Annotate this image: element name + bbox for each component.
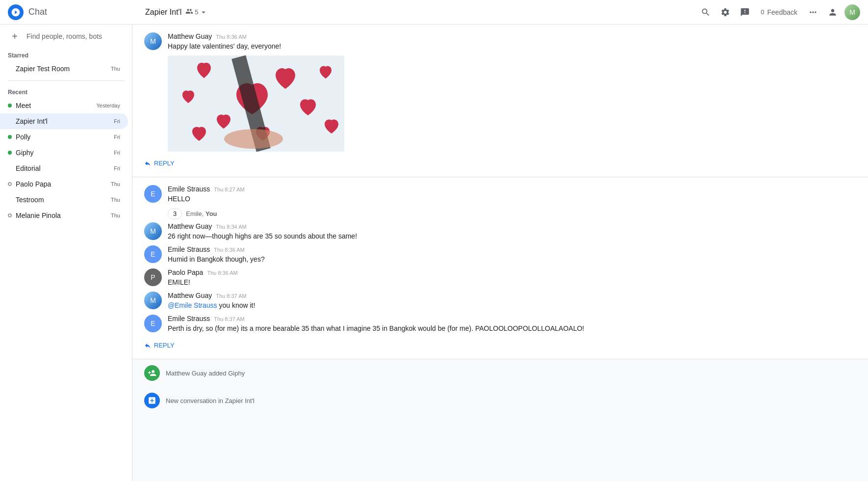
svg-point-2	[224, 129, 283, 149]
message-content: Emile Strauss Thu 8:36 AM Humid in Bangk…	[168, 245, 856, 265]
online-indicator	[8, 151, 12, 155]
message-text: EMILE!	[168, 277, 856, 288]
system-icon-person-add	[144, 365, 160, 381]
sidebar-divider	[8, 80, 124, 81]
circle-indicator	[8, 182, 12, 186]
message-row: E Emile Strauss Thu 8:27 AM HELLO	[144, 185, 856, 204]
feedback-count: 0	[761, 8, 764, 16]
message-content: Matthew Guay Thu 8:36 AM Happy late vale…	[168, 32, 856, 152]
room-dropdown-button[interactable]	[198, 7, 209, 18]
user-avatar[interactable]: M	[844, 4, 860, 20]
online-indicator	[8, 104, 12, 107]
message-sender: Emile Strauss	[168, 315, 210, 322]
message-time: Thu 8:34 AM	[216, 224, 246, 230]
sidebar-item-editorial[interactable]: Editorial Fri	[0, 160, 128, 176]
message-thread-1: 🔔 M Matthew Guay Thu 8:36 AM Happy late …	[132, 25, 868, 177]
main-body: + Find people, rooms, bots Starred Zapie…	[0, 25, 868, 481]
top-header: Chat Zapier Int'l 5 0 Feedback	[0, 0, 868, 25]
message-header: Emile Strauss Thu 8:36 AM	[168, 245, 856, 253]
message-row: E Emile Strauss Thu 8:36 AM Humid in Ban…	[144, 245, 856, 265]
message-header: Matthew Guay Thu 8:37 AM	[168, 292, 856, 299]
sidebar-item-meet[interactable]: Meet Yesterday	[0, 98, 128, 113]
sidebar-item-name: Melanie Pinola	[16, 212, 111, 219]
apps-button[interactable]	[805, 4, 821, 20]
message-sender: Emile Strauss	[168, 185, 210, 193]
sidebar-item-time: Fri	[114, 134, 120, 140]
sidebar-item-time: Thu	[111, 66, 120, 72]
message-time: Thu 8:37 AM	[216, 293, 246, 299]
message-header: Matthew Guay Thu 8:34 AM	[168, 222, 856, 230]
reaction-count: 3	[173, 210, 177, 217]
sidebar-item-name: Testroom	[16, 196, 111, 204]
sidebar-item-melanie-pinola[interactable]: Melanie Pinola Thu	[0, 208, 128, 223]
message-sender: Matthew Guay	[168, 222, 212, 230]
app-logo-icon	[8, 4, 24, 20]
reply-button-thread2[interactable]: REPLY	[144, 340, 175, 351]
sidebar-item-time: Thu	[111, 181, 120, 187]
message-content: Matthew Guay Thu 8:34 AM 26 right now—th…	[168, 222, 856, 241]
settings-button[interactable]	[717, 4, 733, 20]
message-time: Thu 8:36 AM	[207, 270, 237, 276]
sidebar-item-name: Zapier Int'l	[16, 117, 114, 125]
sidebar-item-polly[interactable]: Polly Fri	[0, 129, 128, 145]
feedback-label: Feedback	[767, 8, 797, 16]
avatar-emile-1: E	[144, 185, 162, 203]
header-actions: 0 Feedback M	[698, 4, 860, 20]
sidebar-item-zapier-intl[interactable]: Zapier Int'l Fri	[0, 113, 128, 129]
feedback-button[interactable]: 0 Feedback	[757, 6, 801, 18]
mention-link[interactable]: @Emile Strauss	[168, 301, 217, 309]
avatar-matthew: M	[144, 32, 162, 50]
search-placeholder-text[interactable]: Find people, rooms, bots	[26, 32, 102, 40]
reply-label: REPLY	[154, 342, 175, 349]
room-members-info: 5	[185, 7, 198, 17]
reply-button-thread1[interactable]: REPLY	[144, 158, 175, 169]
room-name: Zapier Int'l	[145, 8, 181, 17]
message-sender: Matthew Guay	[168, 32, 212, 40]
reaction-badge[interactable]: 3	[168, 208, 182, 219]
add-button[interactable]: +	[8, 29, 22, 43]
message-row: M Matthew Guay Thu 8:36 AM Happy late va…	[144, 32, 856, 152]
sidebar-item-time: Fri	[114, 165, 120, 171]
message-text: 26 right now—though highs are 35 so soun…	[168, 231, 856, 241]
message-text: Humid in Bangkok though, yes?	[168, 254, 856, 265]
message-sender: Paolo Papa	[168, 268, 203, 276]
message-content: Emile Strauss Thu 8:27 AM HELLO	[168, 185, 856, 204]
reaction-row: 3 Emile, You	[168, 208, 856, 219]
system-event-text: Matthew Guay added Giphy	[166, 370, 245, 377]
message-header: Emile Strauss Thu 8:27 AM	[168, 185, 856, 193]
profile-icon-button[interactable]	[825, 4, 841, 20]
message-header: Paolo Papa Thu 8:36 AM	[168, 268, 856, 276]
message-content: Emile Strauss Thu 8:37 AM Perth is dry, …	[168, 315, 856, 334]
message-text: Happy late valentines' day, everyone!	[168, 41, 856, 52]
message-content: Paolo Papa Thu 8:36 AM EMILE!	[168, 268, 856, 288]
avatar-emile-3: E	[144, 315, 162, 332]
system-icon-add	[144, 393, 160, 408]
sidebar-item-name: Zapier Test Room	[16, 65, 111, 73]
reaction-who: Emile, You	[186, 210, 217, 217]
chat-messages: 🔔 M Matthew Guay Thu 8:36 AM Happy late …	[132, 25, 868, 481]
sidebar-item-time: Fri	[114, 118, 120, 124]
sidebar-item-time: Thu	[111, 197, 120, 203]
message-time: Thu 8:36 AM	[214, 247, 244, 253]
search-button[interactable]	[698, 4, 714, 20]
avatar-matthew-3: M	[144, 292, 162, 309]
sidebar-item-name: Editorial	[16, 164, 114, 172]
recent-section-header: Recent	[0, 85, 132, 98]
message-sender: Matthew Guay	[168, 292, 212, 299]
message-sender: Emile Strauss	[168, 245, 210, 253]
sidebar-item-paolo-papa[interactable]: Paolo Papa Thu	[0, 176, 128, 192]
avatar-paolo: P	[144, 268, 162, 286]
message-image-container	[168, 55, 344, 152]
sidebar-item-zapier-test-room[interactable]: Zapier Test Room Thu	[0, 61, 128, 77]
message-header: Matthew Guay Thu 8:36 AM	[168, 32, 856, 40]
app-branding: Chat	[8, 4, 140, 20]
feedback-icon-button[interactable]	[737, 4, 753, 20]
message-text: @Emile Strauss you know it!	[168, 300, 856, 311]
sidebar-item-name: Meet	[16, 102, 96, 109]
message-time: Thu 8:27 AM	[214, 187, 244, 192]
sidebar-item-giphy[interactable]: Giphy Fri	[0, 145, 128, 160]
sidebar-item-testroom[interactable]: Testroom Thu	[0, 192, 128, 208]
avatar-image: M	[844, 4, 860, 20]
message-thread-2: E Emile Strauss Thu 8:27 AM HELLO 3 Emil	[132, 177, 868, 359]
avatar-matthew-2: M	[144, 222, 162, 240]
